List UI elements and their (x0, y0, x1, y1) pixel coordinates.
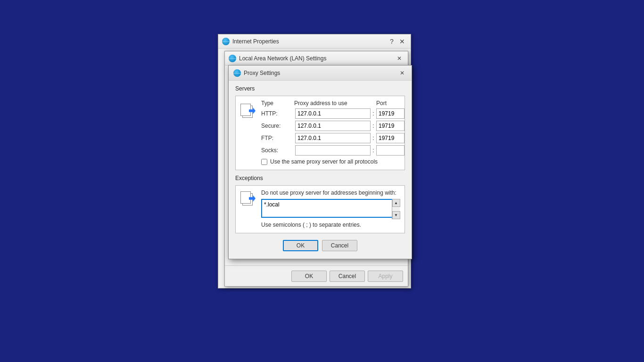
help-button[interactable]: ? (387, 37, 396, 46)
proxy-settings-dialog: Proxy Settings ✕ Servers (228, 65, 412, 259)
servers-section: Type Proxy address to use Port HTTP: : (235, 96, 405, 170)
lan-bottom-bar: OK Cancel Apply (225, 265, 408, 286)
socks-address-input[interactable] (295, 145, 371, 156)
col-proxy-label: Proxy address to use (294, 100, 372, 107)
server-pages-icon (240, 104, 256, 121)
socks-port-input[interactable] (376, 145, 405, 156)
proxy-close-button[interactable]: ✕ (397, 68, 407, 78)
servers-form: Type Proxy address to use Port HTTP: : (261, 100, 405, 165)
socks-label: Socks: (261, 147, 294, 154)
secure-port-input[interactable] (376, 121, 405, 131)
scroll-down-arrow[interactable]: ▼ (392, 211, 400, 219)
servers-icon-area (240, 100, 257, 165)
secure-address-input[interactable] (295, 121, 371, 131)
exceptions-icon-area (240, 189, 257, 228)
exceptions-section-header: Exceptions (235, 175, 405, 181)
internet-properties-titlebar: Internet Properties ? ✕ (218, 34, 411, 49)
same-proxy-checkbox[interactable] (261, 159, 267, 165)
globe-icon (222, 38, 230, 45)
lan-ok-button[interactable]: OK (291, 271, 327, 282)
same-proxy-label: Use the same proxy server for all protoc… (270, 158, 378, 165)
proxy-content: Servers Type Proxy address to use (229, 81, 412, 259)
lan-settings-icon (229, 55, 236, 62)
scroll-up-arrow[interactable]: ▲ (392, 199, 400, 207)
http-row: HTTP: : (261, 108, 405, 119)
socks-row: Socks: : (261, 145, 405, 156)
ftp-address-input[interactable] (295, 133, 371, 143)
col-port-label: Port (376, 100, 405, 107)
exceptions-hint: Use semicolons ( ; ) to separate entries… (261, 222, 400, 228)
proxy-settings-title: Proxy Settings (244, 70, 280, 76)
exceptions-form: Do not use proxy server for addresses be… (261, 189, 400, 228)
exceptions-textarea[interactable]: *.local (261, 199, 400, 218)
dialog-buttons: OK Cancel (235, 238, 405, 252)
proxy-ok-button[interactable]: OK (283, 240, 318, 251)
exceptions-textarea-wrap: *.local ▲ ▼ (261, 199, 400, 219)
ftp-label: FTP: (261, 135, 294, 141)
close-button[interactable]: ✕ (397, 37, 407, 46)
same-proxy-row: Use the same proxy server for all protoc… (261, 158, 405, 165)
http-colon: : (372, 110, 375, 117)
http-port-input[interactable] (376, 108, 405, 119)
exceptions-description: Do not use proxy server for addresses be… (261, 189, 400, 196)
servers-section-header: Servers (235, 85, 405, 92)
lan-cancel-button[interactable]: Cancel (330, 271, 365, 282)
lan-close-button[interactable]: ✕ (395, 54, 404, 63)
exceptions-pages-icon (240, 191, 256, 208)
secure-label: Secure: (261, 123, 294, 129)
column-labels: Type Proxy address to use Port (261, 100, 405, 107)
http-label: HTTP: (261, 110, 294, 117)
proxy-cancel-button[interactable]: Cancel (322, 240, 357, 251)
ftp-port-input[interactable] (376, 133, 405, 143)
lan-apply-button[interactable]: Apply (368, 271, 403, 282)
lan-settings-title: Local Area Network (LAN) Settings (239, 55, 326, 62)
proxy-settings-icon (233, 69, 241, 77)
col-type-label: Type (261, 100, 294, 107)
lan-settings-titlebar: Local Area Network (LAN) Settings ✕ (225, 51, 408, 66)
titlebar-buttons: ? ✕ (387, 37, 407, 46)
secure-colon: : (372, 123, 375, 129)
internet-properties-title: Internet Properties (232, 38, 279, 45)
exceptions-section: Do not use proxy server for addresses be… (235, 185, 405, 233)
ftp-row: FTP: : (261, 133, 405, 143)
ftp-colon: : (372, 135, 375, 141)
col-colon-spacer (372, 100, 376, 107)
secure-row: Secure: : (261, 121, 405, 131)
http-address-input[interactable] (295, 108, 371, 119)
socks-colon: : (372, 147, 375, 154)
proxy-settings-titlebar: Proxy Settings ✕ (229, 66, 412, 81)
textarea-scrollbar: ▲ ▼ (392, 199, 400, 219)
